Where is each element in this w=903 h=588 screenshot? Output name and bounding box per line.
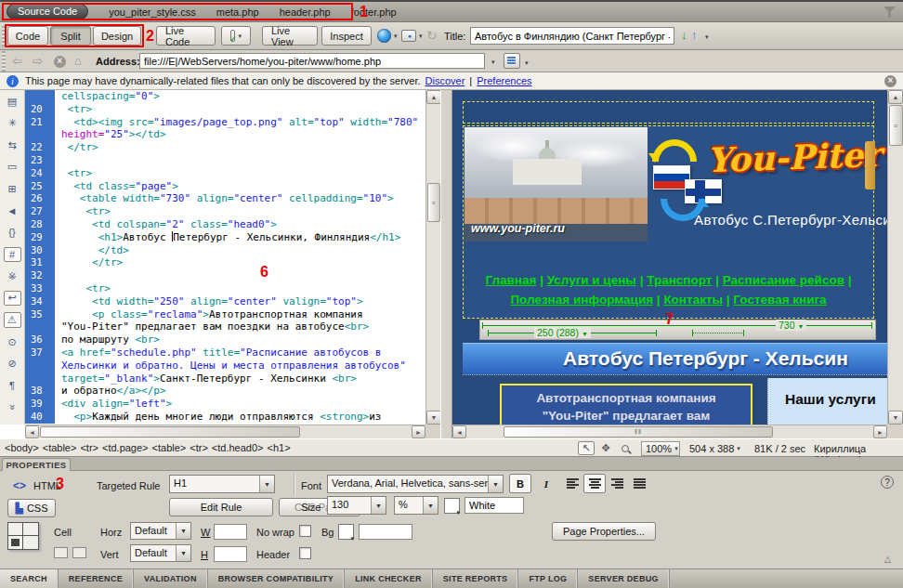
tag-selector-item[interactable]: <table>	[43, 442, 77, 453]
align-center-icon[interactable]	[583, 474, 606, 493]
scroll-right-icon[interactable]: ►	[412, 425, 425, 438]
design-scroll-up-icon[interactable]: ▲	[888, 90, 903, 104]
discover-link[interactable]: Discover	[425, 75, 465, 86]
design-scroll-right-icon[interactable]: ►	[873, 425, 887, 438]
back-icon[interactable]: ⇦	[12, 54, 22, 68]
live-code-button[interactable]: Live Code	[156, 26, 216, 46]
home-icon[interactable]: ⌂	[74, 54, 82, 68]
source-code-button[interactable]: Source Code	[7, 4, 88, 20]
code-navigator-icon[interactable]: ✳	[4, 116, 21, 132]
properties-tab[interactable]: PROPERTIES	[2, 458, 71, 471]
view-button-code[interactable]: Code	[7, 26, 48, 46]
company-intro-box[interactable]: Автотранспортная компания "You-Piter" пр…	[500, 384, 752, 425]
edit-rule-button[interactable]: Edit Rule	[169, 498, 273, 516]
design-hscroll-thumb[interactable]: ⦀⦀	[504, 426, 773, 438]
code-view[interactable]: cellspacing="0">20 <tr>21 <td><img src="…	[25, 90, 425, 425]
cell-height-input[interactable]	[214, 546, 247, 562]
preview-in-browser-button[interactable]: ▾	[377, 29, 398, 43]
code-vertical-scrollbar[interactable]: ▲ ≡ ▼	[425, 90, 440, 425]
menu-link[interactable]: Полезная информация	[510, 293, 653, 307]
vert-select[interactable]: Default▼	[130, 544, 191, 562]
align-justify-icon[interactable]	[628, 474, 650, 493]
menu-link[interactable]: Главная	[486, 273, 537, 287]
word-wrap-icon[interactable]: ↩	[4, 291, 21, 307]
menu-link[interactable]: Расписание рейсов	[723, 273, 844, 287]
check-browser-compat-button[interactable]: ▾	[221, 26, 251, 46]
content-row[interactable]: Автотранспортная компания "You-Piter" пр…	[463, 374, 887, 425]
view-options-icon[interactable]	[504, 53, 520, 69]
cell-width-input[interactable]	[214, 524, 247, 540]
format-source-code-icon[interactable]: ¶	[4, 378, 21, 394]
forward-icon[interactable]: ⇨	[33, 54, 43, 68]
merge-cells-icon[interactable]	[54, 547, 68, 558]
address-dropdown-icon[interactable]: ▾	[491, 59, 495, 66]
design-scroll-left-icon[interactable]: ◄	[452, 425, 466, 438]
filter-related-files-icon[interactable]	[883, 7, 896, 18]
header-checkbox[interactable]	[299, 547, 311, 559]
related-file-button[interactable]: footer.php	[351, 7, 397, 18]
inspect-button[interactable]: Inspect	[321, 26, 372, 46]
scroll-up-icon[interactable]: ▲	[426, 90, 441, 104]
balance-braces-icon[interactable]: {}	[4, 225, 21, 241]
select-tool-icon[interactable]: ↖	[578, 441, 595, 455]
magnification-select[interactable]: 100%▾	[641, 441, 680, 456]
live-view-button[interactable]: Live View	[262, 26, 318, 46]
select-parent-tag-icon[interactable]: ◄	[4, 203, 21, 219]
tag-selector-item[interactable]: <tr>	[190, 442, 208, 453]
align-right-icon[interactable]	[606, 474, 628, 493]
tag-selector-item[interactable]: <body>	[5, 442, 39, 453]
hand-tool-icon[interactable]: ✥	[597, 441, 614, 455]
banner-and-menu-block[interactable]: www.you-piter.ru You-Piter Автобус С.Пет…	[463, 125, 874, 319]
results-tab-server-debug[interactable]: SERVER DEBUG	[578, 569, 669, 588]
page-heading-band[interactable]: Автобус Петербург - Хельсин	[463, 343, 887, 374]
view-button-design[interactable]: Design	[93, 26, 141, 46]
zoom-tool-icon[interactable]	[617, 441, 634, 455]
title-input[interactable]	[470, 27, 674, 45]
no-wrap-checkbox[interactable]	[299, 525, 311, 537]
apply-comment-icon[interactable]: ⊙	[4, 334, 21, 350]
text-color-input[interactable]	[465, 497, 524, 514]
panel-collapse-icon[interactable]: △	[884, 555, 891, 564]
stop-icon[interactable]	[54, 56, 66, 68]
results-tab-validation[interactable]: VALIDATION	[134, 569, 208, 588]
collapse-full-tag-icon[interactable]: ⇆	[4, 137, 21, 153]
services-box[interactable]: Наши услуги	[767, 378, 887, 425]
tag-selector-item[interactable]: <tr>	[80, 442, 98, 453]
syntax-error-alerts-icon[interactable]: ⚠	[4, 312, 21, 328]
table-width-label[interactable]: 730 ▼	[776, 320, 806, 331]
scroll-down-icon[interactable]: ▼	[426, 411, 441, 425]
menu-link[interactable]: Транспорт	[647, 273, 712, 287]
column-width-label[interactable]: 250 (288) ▼	[534, 327, 591, 338]
tag-selector-item[interactable]: <table>	[152, 442, 187, 453]
align-left-icon[interactable]	[561, 474, 583, 493]
remove-comment-icon[interactable]: ⊘	[4, 356, 21, 372]
file-management-arrow-icon[interactable]: ▾	[705, 33, 709, 41]
results-tab-ftp-log[interactable]: FTP LOG	[518, 569, 578, 588]
size-select[interactable]: 130▼	[327, 496, 386, 515]
results-tab-browser-compatibility[interactable]: BROWSER COMPATIBILITY	[208, 569, 345, 588]
coding-toolbar-expander-icon[interactable]: »	[5, 399, 20, 416]
split-view-divider[interactable]	[440, 90, 452, 438]
close-infobar-icon[interactable]	[884, 75, 896, 87]
font-select[interactable]: Verdana, Arial, Helvetica, sans-serif▼	[327, 475, 504, 493]
table-width-guide-bar[interactable]: 730 ▼ 250 (288) ▼	[479, 320, 876, 340]
design-vertical-scrollbar[interactable]: ▲ ≡ ▼	[887, 90, 903, 425]
visual-aids-button[interactable]: ▾	[401, 30, 423, 42]
design-scroll-down-icon[interactable]: ▼	[888, 411, 903, 425]
split-cell-icon[interactable]	[72, 547, 86, 558]
help-icon[interactable]: ?	[881, 476, 894, 489]
window-size-select[interactable]: 504 x 388▾	[686, 441, 747, 456]
code-horizontal-scrollbar[interactable]: ◄ ►	[25, 425, 425, 438]
scroll-left-icon[interactable]: ◄	[25, 425, 39, 438]
results-tab-search[interactable]: SEARCH	[0, 569, 59, 588]
expand-all-icon[interactable]: ⊞	[4, 181, 21, 197]
design-horizontal-scrollbar[interactable]: ◄ ⦀⦀ ►	[452, 425, 887, 438]
file-put-icon[interactable]: ↑	[691, 28, 698, 42]
css-mode-button[interactable]: ▙CSS	[7, 499, 56, 517]
preferences-link[interactable]: Preferences	[477, 75, 531, 86]
related-file-button[interactable]: header.php	[280, 7, 331, 18]
highlight-invalid-code-icon[interactable]: ※	[4, 268, 21, 284]
menu-link[interactable]: Гостевая книга	[733, 293, 826, 307]
tag-selector-item[interactable]: <td.head0>	[212, 442, 264, 453]
bg-color-input[interactable]	[359, 524, 412, 540]
